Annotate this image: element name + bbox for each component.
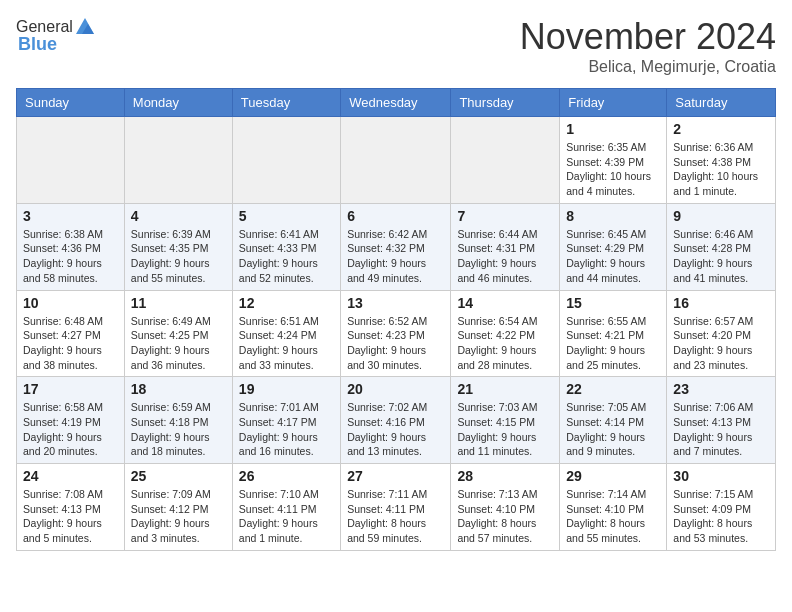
calendar-cell-3-6: 23Sunrise: 7:06 AM Sunset: 4:13 PM Dayli… (667, 377, 776, 464)
page: General Blue November 2024 Belica, Megim… (0, 0, 792, 567)
calendar-cell-0-6: 2Sunrise: 6:36 AM Sunset: 4:38 PM Daylig… (667, 117, 776, 204)
day-number-13: 13 (347, 295, 444, 311)
day-number-1: 1 (566, 121, 660, 137)
day-info-5: Sunrise: 6:41 AM Sunset: 4:33 PM Dayligh… (239, 227, 334, 286)
day-number-12: 12 (239, 295, 334, 311)
day-info-20: Sunrise: 7:02 AM Sunset: 4:16 PM Dayligh… (347, 400, 444, 459)
day-number-6: 6 (347, 208, 444, 224)
day-number-17: 17 (23, 381, 118, 397)
calendar-cell-4-2: 26Sunrise: 7:10 AM Sunset: 4:11 PM Dayli… (232, 464, 340, 551)
logo: General Blue (16, 16, 97, 55)
day-info-9: Sunrise: 6:46 AM Sunset: 4:28 PM Dayligh… (673, 227, 769, 286)
day-info-28: Sunrise: 7:13 AM Sunset: 4:10 PM Dayligh… (457, 487, 553, 546)
day-info-14: Sunrise: 6:54 AM Sunset: 4:22 PM Dayligh… (457, 314, 553, 373)
calendar-cell-2-6: 16Sunrise: 6:57 AM Sunset: 4:20 PM Dayli… (667, 290, 776, 377)
calendar-cell-3-1: 18Sunrise: 6:59 AM Sunset: 4:18 PM Dayli… (124, 377, 232, 464)
calendar-cell-1-0: 3Sunrise: 6:38 AM Sunset: 4:36 PM Daylig… (17, 203, 125, 290)
day-number-9: 9 (673, 208, 769, 224)
col-saturday: Saturday (667, 89, 776, 117)
day-info-25: Sunrise: 7:09 AM Sunset: 4:12 PM Dayligh… (131, 487, 226, 546)
col-tuesday: Tuesday (232, 89, 340, 117)
day-number-16: 16 (673, 295, 769, 311)
calendar-cell-1-3: 6Sunrise: 6:42 AM Sunset: 4:32 PM Daylig… (341, 203, 451, 290)
day-number-18: 18 (131, 381, 226, 397)
header: General Blue November 2024 Belica, Megim… (16, 16, 776, 76)
day-info-10: Sunrise: 6:48 AM Sunset: 4:27 PM Dayligh… (23, 314, 118, 373)
day-info-13: Sunrise: 6:52 AM Sunset: 4:23 PM Dayligh… (347, 314, 444, 373)
day-info-22: Sunrise: 7:05 AM Sunset: 4:14 PM Dayligh… (566, 400, 660, 459)
day-info-2: Sunrise: 6:36 AM Sunset: 4:38 PM Dayligh… (673, 140, 769, 199)
day-number-10: 10 (23, 295, 118, 311)
calendar-cell-2-4: 14Sunrise: 6:54 AM Sunset: 4:22 PM Dayli… (451, 290, 560, 377)
day-info-23: Sunrise: 7:06 AM Sunset: 4:13 PM Dayligh… (673, 400, 769, 459)
day-number-30: 30 (673, 468, 769, 484)
day-info-26: Sunrise: 7:10 AM Sunset: 4:11 PM Dayligh… (239, 487, 334, 546)
day-info-7: Sunrise: 6:44 AM Sunset: 4:31 PM Dayligh… (457, 227, 553, 286)
logo-icon (74, 16, 96, 38)
day-number-29: 29 (566, 468, 660, 484)
month-title: November 2024 (520, 16, 776, 58)
calendar-cell-1-2: 5Sunrise: 6:41 AM Sunset: 4:33 PM Daylig… (232, 203, 340, 290)
day-info-18: Sunrise: 6:59 AM Sunset: 4:18 PM Dayligh… (131, 400, 226, 459)
calendar-cell-0-4 (451, 117, 560, 204)
day-info-6: Sunrise: 6:42 AM Sunset: 4:32 PM Dayligh… (347, 227, 444, 286)
calendar-cell-4-3: 27Sunrise: 7:11 AM Sunset: 4:11 PM Dayli… (341, 464, 451, 551)
calendar-cell-0-0 (17, 117, 125, 204)
calendar-header-row: Sunday Monday Tuesday Wednesday Thursday… (17, 89, 776, 117)
calendar-cell-3-0: 17Sunrise: 6:58 AM Sunset: 4:19 PM Dayli… (17, 377, 125, 464)
title-block: November 2024 Belica, Megimurje, Croatia (520, 16, 776, 76)
calendar-cell-3-5: 22Sunrise: 7:05 AM Sunset: 4:14 PM Dayli… (560, 377, 667, 464)
week-row-1: 1Sunrise: 6:35 AM Sunset: 4:39 PM Daylig… (17, 117, 776, 204)
day-info-30: Sunrise: 7:15 AM Sunset: 4:09 PM Dayligh… (673, 487, 769, 546)
calendar-cell-4-0: 24Sunrise: 7:08 AM Sunset: 4:13 PM Dayli… (17, 464, 125, 551)
day-number-22: 22 (566, 381, 660, 397)
day-info-29: Sunrise: 7:14 AM Sunset: 4:10 PM Dayligh… (566, 487, 660, 546)
calendar-cell-2-2: 12Sunrise: 6:51 AM Sunset: 4:24 PM Dayli… (232, 290, 340, 377)
day-info-17: Sunrise: 6:58 AM Sunset: 4:19 PM Dayligh… (23, 400, 118, 459)
day-number-15: 15 (566, 295, 660, 311)
day-info-3: Sunrise: 6:38 AM Sunset: 4:36 PM Dayligh… (23, 227, 118, 286)
calendar-cell-3-3: 20Sunrise: 7:02 AM Sunset: 4:16 PM Dayli… (341, 377, 451, 464)
col-monday: Monday (124, 89, 232, 117)
location: Belica, Megimurje, Croatia (520, 58, 776, 76)
day-number-21: 21 (457, 381, 553, 397)
calendar-cell-0-1 (124, 117, 232, 204)
day-number-11: 11 (131, 295, 226, 311)
day-info-11: Sunrise: 6:49 AM Sunset: 4:25 PM Dayligh… (131, 314, 226, 373)
day-info-4: Sunrise: 6:39 AM Sunset: 4:35 PM Dayligh… (131, 227, 226, 286)
calendar-cell-4-1: 25Sunrise: 7:09 AM Sunset: 4:12 PM Dayli… (124, 464, 232, 551)
calendar-cell-2-1: 11Sunrise: 6:49 AM Sunset: 4:25 PM Dayli… (124, 290, 232, 377)
col-friday: Friday (560, 89, 667, 117)
day-info-8: Sunrise: 6:45 AM Sunset: 4:29 PM Dayligh… (566, 227, 660, 286)
day-info-12: Sunrise: 6:51 AM Sunset: 4:24 PM Dayligh… (239, 314, 334, 373)
calendar-cell-2-5: 15Sunrise: 6:55 AM Sunset: 4:21 PM Dayli… (560, 290, 667, 377)
day-number-5: 5 (239, 208, 334, 224)
calendar-cell-1-5: 8Sunrise: 6:45 AM Sunset: 4:29 PM Daylig… (560, 203, 667, 290)
calendar-cell-4-6: 30Sunrise: 7:15 AM Sunset: 4:09 PM Dayli… (667, 464, 776, 551)
day-number-19: 19 (239, 381, 334, 397)
day-number-2: 2 (673, 121, 769, 137)
day-info-24: Sunrise: 7:08 AM Sunset: 4:13 PM Dayligh… (23, 487, 118, 546)
day-number-8: 8 (566, 208, 660, 224)
col-sunday: Sunday (17, 89, 125, 117)
day-info-21: Sunrise: 7:03 AM Sunset: 4:15 PM Dayligh… (457, 400, 553, 459)
day-number-24: 24 (23, 468, 118, 484)
day-info-19: Sunrise: 7:01 AM Sunset: 4:17 PM Dayligh… (239, 400, 334, 459)
calendar-cell-0-5: 1Sunrise: 6:35 AM Sunset: 4:39 PM Daylig… (560, 117, 667, 204)
calendar-cell-2-0: 10Sunrise: 6:48 AM Sunset: 4:27 PM Dayli… (17, 290, 125, 377)
col-wednesday: Wednesday (341, 89, 451, 117)
calendar-cell-0-2 (232, 117, 340, 204)
calendar: Sunday Monday Tuesday Wednesday Thursday… (16, 88, 776, 551)
calendar-cell-3-4: 21Sunrise: 7:03 AM Sunset: 4:15 PM Dayli… (451, 377, 560, 464)
day-number-20: 20 (347, 381, 444, 397)
day-number-28: 28 (457, 468, 553, 484)
day-number-14: 14 (457, 295, 553, 311)
day-number-26: 26 (239, 468, 334, 484)
day-info-1: Sunrise: 6:35 AM Sunset: 4:39 PM Dayligh… (566, 140, 660, 199)
calendar-cell-3-2: 19Sunrise: 7:01 AM Sunset: 4:17 PM Dayli… (232, 377, 340, 464)
day-info-16: Sunrise: 6:57 AM Sunset: 4:20 PM Dayligh… (673, 314, 769, 373)
day-number-7: 7 (457, 208, 553, 224)
col-thursday: Thursday (451, 89, 560, 117)
week-row-5: 24Sunrise: 7:08 AM Sunset: 4:13 PM Dayli… (17, 464, 776, 551)
week-row-3: 10Sunrise: 6:48 AM Sunset: 4:27 PM Dayli… (17, 290, 776, 377)
